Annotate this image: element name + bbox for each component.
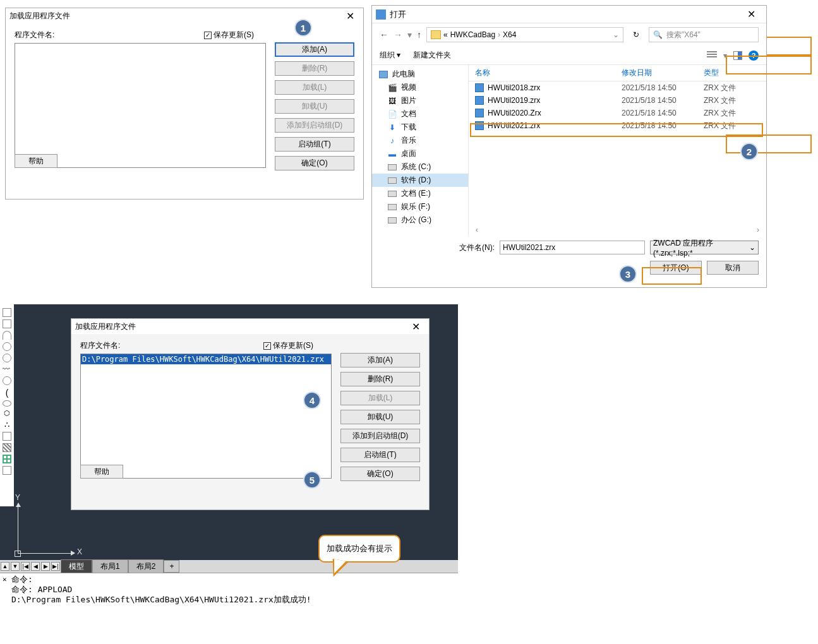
sidebar-item-music[interactable]: ♪音乐 xyxy=(372,134,468,147)
tab-nav-up-icon[interactable]: ▲ xyxy=(1,562,9,571)
forward-icon[interactable]: → xyxy=(394,30,402,40)
startup-group-button[interactable]: 启动组(T) xyxy=(340,448,420,462)
load-button[interactable]: 加载(L) xyxy=(275,80,354,95)
tab-nav-next-icon[interactable]: ▶ xyxy=(41,562,50,571)
filename-input[interactable] xyxy=(500,241,645,254)
tool-icon[interactable] xyxy=(3,432,11,441)
view-dropdown-icon[interactable]: ▾ xyxy=(723,51,727,60)
column-header[interactable]: 名称 修改日期 类型 xyxy=(469,65,766,81)
tool-icon[interactable]: ( xyxy=(6,388,9,398)
save-updates-checkbox[interactable]: ✓保存更新(S) xyxy=(204,30,254,40)
refresh-icon[interactable]: ↻ xyxy=(629,27,644,42)
tab-nav-down-icon[interactable]: ▼ xyxy=(11,562,20,571)
tool-icon[interactable]: 〰 xyxy=(3,365,11,374)
save-updates-checkbox[interactable]: ✓保存更新(S) xyxy=(263,340,313,351)
tab-model[interactable]: 模型 xyxy=(61,559,92,574)
command-line[interactable]: ✕ 命令: 命令: APPLOAD D:\Program Files\HWKSo… xyxy=(0,573,458,606)
close-cmdline-icon[interactable]: ✕ xyxy=(3,575,7,585)
tab-nav-last-icon[interactable]: ▶| xyxy=(51,562,60,571)
close-icon[interactable]: ✕ xyxy=(740,8,762,20)
chevron-down-icon[interactable]: ⌄ xyxy=(613,30,619,39)
breadcrumb[interactable]: « HWKCadBag › X64 ⌄ xyxy=(426,27,623,42)
sidebar-item-drive-g[interactable]: 办公 (G:) xyxy=(372,213,468,227)
sidebar-item-documents[interactable]: 📄文档 xyxy=(372,107,468,121)
filter-dropdown[interactable]: ZWCAD 应用程序 (*.zrx;*.lsp;*⌄ xyxy=(650,241,759,254)
delete-button[interactable]: 删除(R) xyxy=(340,372,420,386)
file-row[interactable]: HWUtil2020.Zrx 2021/5/18 14:50 ZRX 文件 xyxy=(469,107,766,119)
view-icon[interactable] xyxy=(707,51,717,60)
tool-icon[interactable] xyxy=(3,466,11,475)
search-input[interactable]: 🔍 搜索"X64" xyxy=(649,27,759,42)
sidebar-item-pictures[interactable]: 🖼图片 xyxy=(372,94,468,107)
tool-icon[interactable] xyxy=(3,455,11,463)
sidebar-item-drive-d[interactable]: 软件 (D:) xyxy=(372,174,468,187)
add-to-startup-button[interactable]: 添加到启动组(D) xyxy=(275,118,354,133)
tab-layout2[interactable]: 布局2 xyxy=(128,559,164,574)
up-icon[interactable]: ↑ xyxy=(417,30,421,40)
add-button[interactable]: 添加(A) xyxy=(275,42,354,57)
organize-menu[interactable]: 组织 ▾ xyxy=(380,50,400,61)
tab-add-button[interactable]: + xyxy=(164,560,179,573)
scroll-left-icon[interactable]: ‹ xyxy=(472,225,481,234)
sidebar-item-desktop[interactable]: ▬桌面 xyxy=(372,147,468,160)
recent-dropdown-icon[interactable]: ▾ xyxy=(407,30,412,40)
ok-button[interactable]: 确定(O) xyxy=(340,467,420,481)
add-to-startup-button[interactable]: 添加到启动组(D) xyxy=(340,429,420,443)
help-icon[interactable]: ? xyxy=(749,51,759,61)
tool-icon[interactable] xyxy=(3,354,11,362)
preview-pane-icon[interactable] xyxy=(733,51,742,60)
file-list[interactable]: 名称 修改日期 类型 HWUtil2018.zrx 2021/5/18 14:5… xyxy=(468,65,766,236)
tool-icon[interactable] xyxy=(3,342,11,351)
ok-button[interactable]: 确定(O) xyxy=(275,156,354,170)
dialog-body: 程序文件名: ✓保存更新(S) D:\Program Files\HWKSoft… xyxy=(71,334,429,485)
delete-button[interactable]: 删除(R) xyxy=(275,61,354,76)
sidebar-item-drive-c[interactable]: 系统 (C:) xyxy=(372,160,468,174)
program-files-listbox[interactable]: D:\Program Files\HWKSoft\HWKCadBag\X64\H… xyxy=(80,354,332,479)
tool-icon[interactable] xyxy=(3,400,11,407)
file-open-dialog: 打开 ✕ ← → ▾ ↑ « HWKCadBag › X64 ⌄ ↻ 🔍 搜索"… xyxy=(371,5,767,288)
tool-icon[interactable] xyxy=(3,376,11,385)
folder-tree[interactable]: 此电脑 🎬视频 🖼图片 📄文档 ⬇下载 ♪音乐 ▬桌面 系统 (C:) 软件 (… xyxy=(372,65,468,236)
startup-group-button[interactable]: 启动组(T) xyxy=(275,137,354,152)
sidebar-item-drive-f[interactable]: 娱乐 (F:) xyxy=(372,200,468,213)
open-button[interactable]: 打开(O) xyxy=(650,261,702,275)
load-app-dialog-2: 加载应用程序文件 ✕ 程序文件名: ✓保存更新(S) D:\Program Fi… xyxy=(71,318,430,510)
tool-icon[interactable] xyxy=(3,308,11,317)
close-icon[interactable]: ✕ xyxy=(406,321,425,333)
tool-icon[interactable]: ∴ xyxy=(4,420,9,429)
chevron-right-icon[interactable]: › xyxy=(498,30,500,39)
titlebar[interactable]: 加载应用程序文件 ✕ xyxy=(71,319,429,334)
titlebar[interactable]: 打开 ✕ xyxy=(372,6,766,23)
list-item[interactable]: D:\Program Files\HWKSoft\HWKCadBag\X64\H… xyxy=(81,354,331,364)
horizontal-scrollbar[interactable]: ‹ › xyxy=(472,225,762,234)
tab-nav-prev-icon[interactable]: ◀ xyxy=(31,562,40,571)
toolbar: 组织 ▾ 新建文件夹 ▾ ? xyxy=(372,46,766,65)
tool-icon[interactable] xyxy=(3,443,11,452)
back-icon[interactable]: ← xyxy=(380,30,388,40)
tool-icon[interactable]: ⬡ xyxy=(4,409,10,417)
program-files-listbox[interactable] xyxy=(15,43,266,168)
close-icon[interactable]: ✕ xyxy=(340,10,359,22)
sidebar-item-video[interactable]: 🎬视频 xyxy=(372,81,468,94)
tab-nav-first-icon[interactable]: |◀ xyxy=(21,562,30,571)
nav-bar: ← → ▾ ↑ « HWKCadBag › X64 ⌄ ↻ 🔍 搜索"X64" xyxy=(372,23,766,46)
scroll-right-icon[interactable]: › xyxy=(754,225,762,234)
file-row[interactable]: HWUtil2021.zrx 2021/5/18 14:50 ZRX 文件 xyxy=(469,119,766,132)
help-button[interactable]: 帮助 xyxy=(15,154,57,168)
sidebar-item-this-pc[interactable]: 此电脑 xyxy=(372,68,468,81)
cancel-button[interactable]: 取消 xyxy=(707,261,759,275)
tool-icon[interactable] xyxy=(3,319,11,328)
step-badge-3: 3 xyxy=(619,265,637,283)
help-button[interactable]: 帮助 xyxy=(80,465,123,479)
file-row[interactable]: HWUtil2018.zrx 2021/5/18 14:50 ZRX 文件 xyxy=(469,81,766,94)
new-folder-button[interactable]: 新建文件夹 xyxy=(413,50,451,61)
add-button[interactable]: 添加(A) xyxy=(340,353,420,367)
sidebar-item-downloads[interactable]: ⬇下载 xyxy=(372,121,468,134)
tab-layout1[interactable]: 布局1 xyxy=(92,559,128,574)
unload-button[interactable]: 卸载(U) xyxy=(275,99,354,114)
tool-icon[interactable] xyxy=(3,331,11,340)
file-row[interactable]: HWUtil2019.zrx 2021/5/18 14:50 ZRX 文件 xyxy=(469,94,766,107)
unload-button[interactable]: 卸载(U) xyxy=(340,410,420,424)
load-button[interactable]: 加载(L) xyxy=(340,391,420,405)
sidebar-item-drive-e[interactable]: 文档 (E:) xyxy=(372,187,468,200)
